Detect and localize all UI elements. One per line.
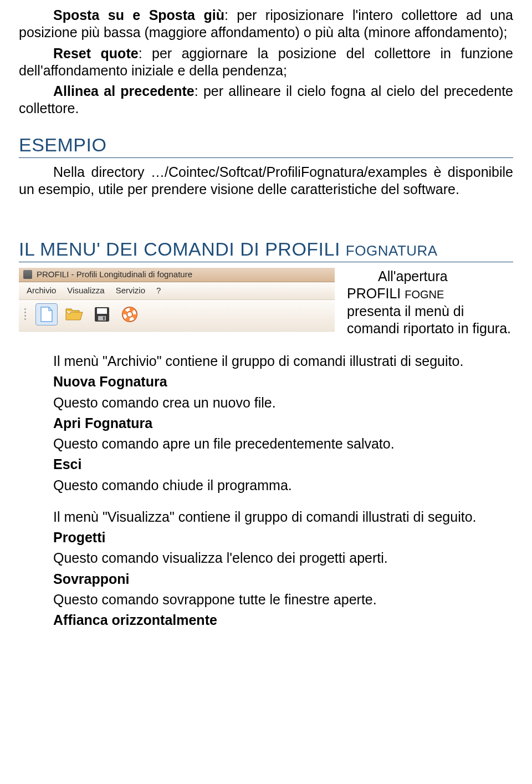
svg-rect-3: [103, 317, 105, 320]
side-line2b: FOGNE: [405, 288, 444, 301]
p-nuova: Questo comando crea un nuovo file.: [53, 394, 513, 411]
lifebuoy-icon: [121, 306, 139, 323]
side-line1: All'apertura: [347, 268, 513, 285]
p-sovrapponi: Questo comando sovrappone tutte le fines…: [53, 591, 513, 608]
h-sovrapponi: Sovrapponi: [53, 571, 513, 588]
side-paragraph: All'apertura PROFILI FOGNE presenta il m…: [347, 268, 513, 337]
heading-menu: IL MENU' DEI COMANDI DI PROFILI FOGNATUR…: [19, 237, 513, 261]
open-file-button[interactable]: [63, 303, 85, 325]
toolbar-grip-icon: [24, 308, 29, 320]
intro-bold-3: Allinea al precedente: [53, 83, 195, 99]
paragraph-intro: Sposta su e Sposta giù: per riposizionar…: [19, 7, 513, 42]
new-file-button[interactable]: [35, 303, 58, 325]
h-nuova: Nuova Fognatura: [53, 373, 513, 390]
menu-item-help[interactable]: ?: [156, 286, 161, 296]
heading-menu-main: IL MENU' DEI COMANDI DI PROFILI: [19, 238, 346, 259]
window-titlebar: PROFILI - Profili Longitudinali di fogna…: [19, 268, 335, 282]
divider: [19, 157, 513, 158]
intro-bold-2: Reset quote: [53, 45, 139, 61]
help-button[interactable]: [119, 303, 141, 325]
new-file-icon: [39, 306, 54, 323]
floppy-disk-icon: [94, 306, 110, 323]
menu-item-archivio[interactable]: Archivio: [27, 286, 56, 296]
p-visualizza-intro: Il menù "Visualizza" contiene il gruppo …: [53, 508, 513, 526]
menu-item-servizio[interactable]: Servizio: [116, 286, 145, 296]
paragraph-allinea: Allinea al precedente: per allineare il …: [19, 83, 513, 118]
p-esci: Questo comando chiude il programma.: [53, 477, 513, 494]
h-apri: Apri Fognatura: [53, 415, 513, 432]
paragraph-reset: Reset quote: per aggiornare la posizione…: [19, 45, 513, 80]
menu-bar: Archivio Visualizza Servizio ?: [19, 282, 335, 300]
svg-point-5: [127, 312, 132, 317]
h-esci: Esci: [53, 456, 513, 473]
heading-esempio: ESEMPIO: [19, 133, 513, 157]
heading-menu-small: FOGNATURA: [346, 242, 438, 259]
menu-screenshot: PROFILI - Profili Longitudinali di fogna…: [19, 268, 335, 332]
svg-rect-1: [97, 308, 107, 314]
menu-item-visualizza[interactable]: Visualizza: [67, 286, 104, 296]
p-archivio-intro: Il menù "Archivio" contiene il gruppo di…: [53, 353, 513, 370]
p-apri: Questo comando apre un file precedenteme…: [53, 435, 513, 452]
folder-open-icon: [65, 307, 84, 322]
window-title: PROFILI - Profili Longitudinali di fogna…: [37, 269, 192, 280]
h-affianca: Affianca orizzontalmente: [53, 612, 513, 629]
esempio-text: Nella directory …/Cointec/Softcat/Profil…: [19, 164, 513, 197]
save-button[interactable]: [91, 303, 113, 325]
divider: [19, 262, 513, 262]
side-line3: presenta il menù di comandi riportato in…: [347, 303, 511, 336]
intro-bold-1: Sposta su e Sposta giù: [53, 7, 224, 23]
app-icon: [23, 270, 32, 279]
side-line2a: PROFILI: [347, 286, 405, 301]
h-progetti: Progetti: [53, 529, 513, 546]
p-progetti: Questo comando visualizza l'elenco dei p…: [53, 549, 513, 567]
toolbar: [19, 300, 335, 332]
paragraph-esempio: Nella directory …/Cointec/Softcat/Profil…: [19, 164, 513, 198]
